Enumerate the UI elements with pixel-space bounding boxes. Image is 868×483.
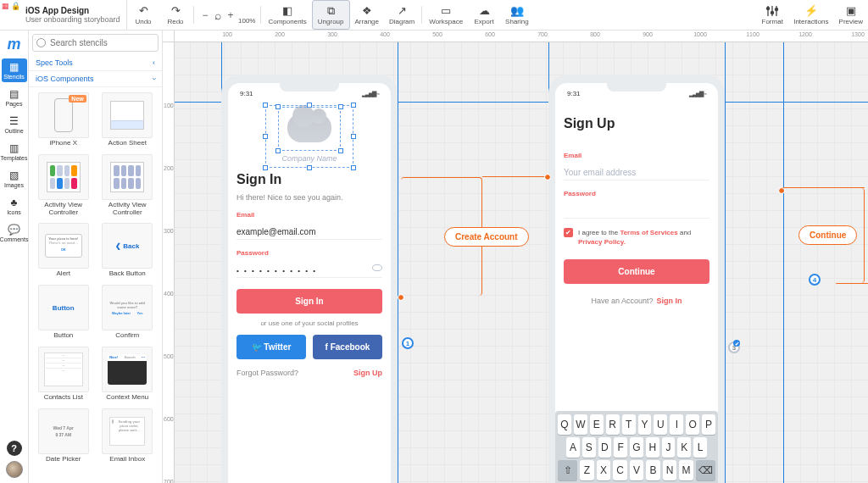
key[interactable]: J: [662, 437, 676, 458]
stencil-item[interactable]: iPhone X: [32, 91, 95, 149]
section-ios-components[interactable]: iOS Components›: [29, 71, 162, 87]
key[interactable]: B: [646, 460, 660, 480]
phone-signup[interactable]: 9:31 Sign Up Email Your email address Pa…: [548, 75, 725, 483]
forgot-link[interactable]: Forgot Password?: [236, 369, 298, 377]
key[interactable]: M: [679, 460, 693, 480]
help-button[interactable]: ?: [7, 441, 22, 456]
guide[interactable]: [398, 42, 398, 483]
signin-link[interactable]: Sign In: [657, 297, 682, 305]
stencil-item[interactable]: Your pizza is here!There's no need…OKAle…: [32, 221, 95, 280]
ruler-vertical[interactable]: 100200300400500600700: [163, 42, 175, 483]
key[interactable]: U: [654, 414, 667, 435]
signin-button[interactable]: Sign In: [236, 289, 382, 314]
continue-button[interactable]: Continue: [564, 259, 709, 284]
password-field[interactable]: • • • • • • • • • • •: [236, 263, 382, 278]
key[interactable]: I: [670, 414, 683, 435]
connector-dot[interactable]: [545, 175, 550, 180]
key-shift[interactable]: ⇧: [558, 460, 577, 480]
eye-icon[interactable]: [372, 264, 382, 271]
key[interactable]: G: [630, 437, 643, 458]
key[interactable]: F: [614, 437, 627, 458]
phone-signin[interactable]: 9:31 Company Name Sign In Hi there! Nice…: [221, 75, 398, 483]
key[interactable]: V: [630, 460, 644, 480]
key[interactable]: S: [582, 437, 596, 458]
diagram-button[interactable]: ↗Diagram: [384, 0, 420, 30]
key[interactable]: D: [598, 437, 612, 458]
key[interactable]: H: [646, 437, 659, 458]
ruler-horizontal[interactable]: 1002003004005006007008009001000110012001…: [175, 31, 868, 42]
doc-title[interactable]: iOS App Design: [3, 6, 121, 15]
zoom-out-button[interactable]: −: [199, 9, 211, 21]
rail-pages[interactable]: ▤Pages: [2, 86, 27, 109]
key-delete[interactable]: ⌫: [696, 460, 715, 480]
key[interactable]: K: [677, 437, 691, 458]
export-button[interactable]: ☁Export: [468, 0, 500, 30]
step-badge-1[interactable]: 1: [402, 337, 414, 349]
connector-dot[interactable]: [398, 295, 403, 300]
ungroup-button[interactable]: ⧉Ungroup: [312, 0, 350, 30]
signup-link[interactable]: Sign Up: [353, 369, 382, 377]
checkbox[interactable]: ✔: [564, 228, 573, 237]
undo-button[interactable]: ↶Undo: [127, 0, 159, 30]
key[interactable]: R: [606, 414, 620, 435]
stencil-item[interactable]: Would you like to add some more?Maybe la…: [97, 283, 159, 341]
key[interactable]: L: [693, 437, 707, 458]
rail-templates[interactable]: ▥Templates: [2, 140, 27, 164]
guide[interactable]: [725, 42, 726, 483]
avatar[interactable]: [6, 461, 23, 478]
sharing-button[interactable]: 👥Sharing: [500, 0, 534, 30]
key[interactable]: P: [702, 414, 715, 435]
key[interactable]: N: [663, 460, 677, 480]
rail-icons[interactable]: ♣Icons: [2, 194, 27, 218]
ios-keyboard[interactable]: QWERTYUIOP ASDFGHJKL ⇧ZXCVBNM⌫ 123 🙂 🎤 s…: [555, 411, 718, 483]
key[interactable]: O: [686, 414, 699, 435]
arrange-button[interactable]: ❖Arrange: [350, 0, 384, 30]
key[interactable]: Z: [580, 460, 594, 480]
stencil-item[interactable]: ButtonButton: [32, 283, 95, 341]
interactions-button[interactable]: ⚡Interactions: [788, 0, 833, 30]
stencil-item[interactable]: Sending your pizza order, please wait…Em…: [97, 407, 159, 465]
redo-button[interactable]: ↷Redo: [159, 0, 192, 30]
connector-dot[interactable]: [779, 188, 784, 193]
rail-images[interactable]: ▧Images: [2, 167, 27, 191]
callout-create-account[interactable]: Create Account: [444, 227, 529, 247]
callout-continue[interactable]: Continue: [798, 225, 857, 245]
zoom-control[interactable]: − ⌕ + 100%: [196, 0, 259, 30]
rail-comments[interactable]: 💬Comments: [2, 221, 27, 245]
components-button[interactable]: ◧Components: [263, 0, 311, 30]
canvas[interactable]: Create Account Continue 1 2 3 4 9:31 Com: [175, 42, 868, 483]
agree-row[interactable]: ✔ I agree to the Terms of Services and P…: [564, 228, 709, 247]
password-field[interactable]: [564, 203, 709, 219]
search-input[interactable]: [32, 34, 159, 52]
stencil-item[interactable]: Activity View Controller: [32, 153, 95, 219]
stencil-item[interactable]: Action Sheet: [97, 91, 159, 149]
stencil-item[interactable]: ❮ BackBack Button: [97, 221, 159, 280]
logo-selection[interactable]: Company Name: [267, 107, 352, 166]
email-field[interactable]: example@email.com: [236, 225, 382, 240]
stencil-item[interactable]: ————Contacts List: [32, 345, 95, 403]
key[interactable]: A: [566, 437, 580, 458]
stencil-item[interactable]: Wed 7 Apr9 37 AMDate Picker: [32, 407, 95, 465]
rail-outline[interactable]: ☰Outline: [2, 113, 27, 136]
facebook-button[interactable]: f Facebook: [313, 335, 382, 359]
email-field[interactable]: Your email address: [564, 165, 709, 180]
key[interactable]: Q: [558, 414, 571, 435]
rail-stencils[interactable]: ▦Stencils: [2, 58, 27, 82]
step-badge-4[interactable]: 4: [809, 274, 821, 286]
stencil-item[interactable]: Activity View Controller: [97, 153, 159, 219]
key[interactable]: E: [590, 414, 604, 435]
preview-button[interactable]: ▣Preview: [834, 0, 868, 30]
step-badge-3[interactable]: 3: [728, 341, 740, 353]
section-spec-tools[interactable]: Spec Tools‹: [29, 55, 162, 71]
format-button[interactable]: Format: [756, 0, 788, 30]
key[interactable]: Y: [638, 414, 652, 435]
app-logo[interactable]: m: [7, 34, 20, 55]
key[interactable]: C: [613, 460, 627, 480]
twitter-button[interactable]: 🐦 Twitter: [236, 335, 306, 359]
key[interactable]: T: [622, 414, 636, 435]
key[interactable]: X: [597, 460, 611, 480]
key[interactable]: W: [574, 414, 587, 435]
workspace-button[interactable]: ▭Workspace: [424, 0, 468, 30]
stencil-item[interactable]: Nice!Search⋯Context Menu: [97, 345, 159, 403]
zoom-in-button[interactable]: +: [225, 9, 236, 21]
